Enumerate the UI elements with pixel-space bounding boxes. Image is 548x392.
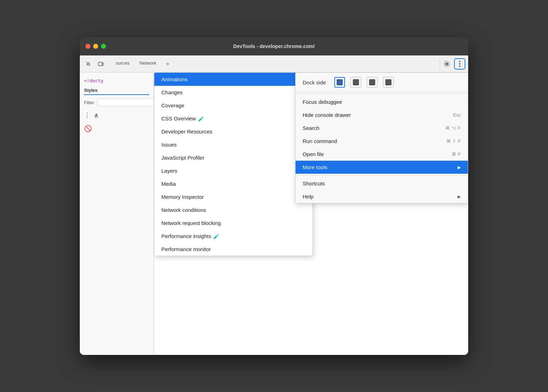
menu-item-shortcuts-label: Shortcuts [303,180,461,186]
styles-section: Styles [80,86,154,96]
more-tools-chevron: ▶ [458,165,461,170]
menu-item-changes-label: Changes [161,89,183,95]
menu-item-help-label: Help [303,194,458,200]
menu-item-focus-debuggee-label: Focus debuggee [303,99,461,105]
menu-item-developer-resources-label: Developer Resources [161,129,212,135]
menu-item-changes[interactable]: Changes [154,86,312,99]
menu-item-open-file-label: Open file [303,151,452,157]
main-panel: Animations Changes Coverage CSS Overview… [154,72,468,355]
dock-undock-button[interactable] [334,77,345,88]
menu-item-media-label: Media [161,181,176,187]
three-dots-icon[interactable]: ⋮ [84,111,90,119]
dock-right-button[interactable] [383,77,394,88]
menu-item-js-profiler-label: JavaScript Profiler [161,155,204,161]
block-icon-row: 🚫 [80,122,154,135]
menu-item-run-command-label: Run command [303,138,446,144]
tab-sources[interactable]: ources [111,59,135,69]
dock-left-button[interactable] [351,77,361,88]
run-command-shortcut: ⌘ ⇧ P [446,138,461,144]
window-title: DevTools - developer.chrome.com/ [233,43,315,49]
menu-item-performance-insights-label: Performance insights [161,233,211,239]
svg-rect-11 [386,79,391,85]
menu-item-network-request-blocking-label: Network request blocking [161,220,221,226]
menu-item-layers[interactable]: Layers [154,164,312,177]
svg-rect-9 [369,79,375,85]
menu-divider-1 [296,94,468,94]
filter-row: Filter [80,96,154,108]
more-options-button[interactable] [454,58,465,70]
devtools-toolbar: ources Network » [80,55,468,72]
menu-item-coverage[interactable]: Coverage [154,99,312,112]
styles-header: Styles [84,88,149,95]
devtools-content: <!docty Styles Filter ⋮ A 🚫 [80,72,468,355]
main-menu: Dock side [295,72,468,203]
menu-item-network-conditions[interactable]: Network conditions [154,203,312,216]
menu-divider-2 [296,175,468,176]
dock-side-section: Dock side [296,73,468,92]
left-panel-icons: ⋮ A [80,108,154,122]
devtools-window: DevTools - developer.chrome.com/ ources … [80,37,468,355]
title-bar: DevTools - developer.chrome.com/ [80,37,468,55]
tab-more[interactable]: » [161,59,174,69]
menu-item-hide-console-label: Hide console drawer [303,112,453,118]
menu-item-more-tools[interactable]: More tools ▶ [296,161,468,174]
text-icon: A [95,113,98,118]
block-icon: 🚫 [84,125,92,132]
open-file-shortcut: ⌘ P [452,152,461,157]
tab-network[interactable]: Network [135,59,161,69]
menu-item-performance-insights[interactable]: Performance insights 🧪 [154,230,312,243]
minimize-button[interactable] [93,44,98,49]
device-toggle-icon[interactable] [95,58,107,70]
menu-item-coverage-label: Coverage [161,102,184,108]
devtools-body: ources Network » [80,55,468,355]
html-code-text: <!docty [80,75,154,86]
menu-item-help[interactable]: Help ▶ [296,190,468,203]
menu-item-hide-console[interactable]: Hide console drawer Esc [296,108,468,121]
menu-item-network-request-blocking[interactable]: Network request blocking [154,216,312,230]
menu-item-animations[interactable]: Animations [154,73,312,86]
menu-item-media[interactable]: Media [154,177,312,190]
menu-item-run-command[interactable]: Run command ⌘ ⇧ P [296,135,468,148]
svg-point-3 [459,63,460,65]
inspector-icon[interactable] [83,58,94,70]
svg-rect-7 [353,79,359,85]
menu-item-more-tools-label: More tools [303,164,458,170]
dropdowns-container: Animations Changes Coverage CSS Overview… [154,72,468,355]
menu-item-css-overview-label: CSS Overview [161,115,196,121]
close-button[interactable] [85,44,90,49]
menu-item-search[interactable]: Search ⌘ ⌥ F [296,121,468,135]
help-chevron: ▶ [458,194,461,199]
menu-item-shortcuts[interactable]: Shortcuts [296,177,468,190]
beaker-icon-css: 🧪 [198,116,204,121]
menu-item-issues[interactable]: Issues [154,138,312,151]
maximize-button[interactable] [101,44,106,49]
settings-button[interactable] [441,58,453,70]
hide-console-shortcut: Esc [453,112,461,118]
menu-item-js-profiler[interactable]: JavaScript Profiler [154,151,312,164]
menu-item-memory-inspector-label: Memory Inspector [161,194,204,200]
menu-item-focus-debuggee[interactable]: Focus debuggee [296,95,468,108]
toolbar-tabs: ources Network » [111,59,174,69]
left-panel: <!docty Styles Filter ⋮ A 🚫 [80,72,154,355]
dock-bottom-button[interactable] [367,77,377,88]
menu-item-performance-monitor-label: Performance monitor [161,246,211,252]
menu-item-issues-label: Issues [161,142,177,148]
filter-input[interactable] [97,99,154,106]
menu-item-performance-monitor[interactable]: Performance monitor [154,243,312,256]
filter-label: Filter [84,100,94,105]
svg-point-4 [459,66,460,67]
svg-rect-0 [99,62,102,66]
menu-item-memory-inspector[interactable]: Memory Inspector [154,190,312,203]
menu-item-network-conditions-label: Network conditions [161,207,206,213]
svg-point-2 [459,61,460,62]
menu-item-animations-label: Animations [161,76,187,82]
esc-key: Esc [453,112,461,118]
menu-item-developer-resources[interactable]: Developer Resources [154,125,312,138]
more-tools-menu: Animations Changes Coverage CSS Overview… [154,72,313,256]
menu-item-open-file[interactable]: Open file ⌘ P [296,148,468,161]
svg-rect-6 [338,81,341,84]
menu-item-search-label: Search [303,125,445,131]
menu-item-css-overview[interactable]: CSS Overview 🧪 [154,112,312,125]
toolbar-right [440,58,465,70]
traffic-lights [85,44,106,49]
